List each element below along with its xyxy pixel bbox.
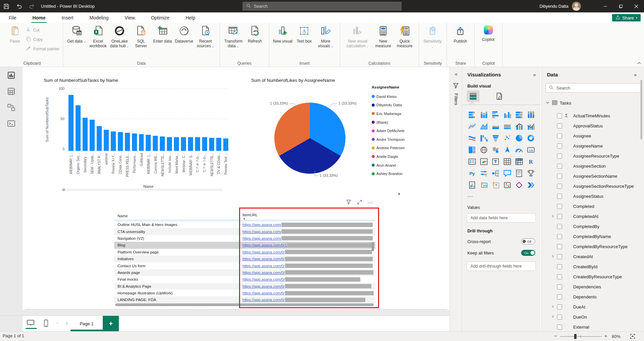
bar[interactable] — [195, 137, 200, 151]
zoom-slider-handle[interactable] — [574, 334, 577, 339]
field-checkbox[interactable] — [557, 194, 562, 199]
field-checkbox[interactable] — [557, 294, 562, 299]
focus-mode-icon[interactable] — [357, 200, 362, 206]
item-url-link[interactable]: https://app.asana.com/ — [242, 223, 281, 227]
page-tab[interactable]: Page 1 — [71, 316, 103, 331]
visual-type-q-and-a[interactable] — [501, 167, 513, 179]
visual-type-matrix[interactable] — [513, 156, 525, 167]
legend-item[interactable]: David Kleiss — [372, 92, 416, 101]
menu-tab-modeling[interactable]: Modeling — [89, 14, 109, 22]
field-row-completedby[interactable]: CompletedBy — [542, 221, 639, 231]
table-horizontal-scrollbar[interactable] — [115, 303, 374, 306]
visual-type-filled-map[interactable] — [490, 144, 501, 156]
field-checkbox[interactable] — [557, 144, 562, 149]
visual-type-funnel-chart[interactable] — [490, 132, 501, 144]
ribbon-publish-button[interactable]: Publish — [450, 25, 471, 45]
user-name[interactable]: Dibyendu Datta — [540, 4, 568, 9]
field-row-createdbyresourcetype[interactable]: CreatedByResourceType — [542, 272, 639, 282]
menu-tab-optimize[interactable]: Optimize — [150, 14, 170, 22]
cross-report-toggle[interactable]: Off — [521, 238, 535, 244]
chevron-right-icon[interactable] — [550, 314, 555, 320]
ribbon-get-data-button[interactable]: Get data ⌄ — [66, 25, 87, 45]
legend-item[interactable]: Andrew Petersen — [372, 144, 416, 153]
visual-type-smart-narrative[interactable] — [513, 167, 525, 179]
bar[interactable] — [118, 132, 123, 151]
bar[interactable] — [104, 130, 109, 151]
chevron-right-icon[interactable] — [550, 253, 555, 260]
visual-type-multi-row-card[interactable] — [466, 156, 478, 167]
ribbon-dataverse-button[interactable]: Dataverse — [173, 25, 195, 45]
field-checkbox[interactable] — [557, 254, 562, 259]
fit-to-page-icon[interactable] — [629, 334, 636, 340]
rail-model-view[interactable] — [0, 99, 22, 115]
visual-type-power-apps[interactable] — [513, 179, 525, 191]
visual-type-stacked-column-chart[interactable] — [478, 109, 490, 120]
field-row-completedbyname[interactable]: CompletedByName — [542, 231, 639, 241]
global-search-input[interactable]: Search — [242, 2, 402, 11]
visual-type-line-and-clustered-column-chart[interactable] — [525, 120, 537, 132]
field-row-assigneesectionname[interactable]: AssigneeSectionName — [542, 171, 639, 181]
bar[interactable] — [125, 133, 130, 151]
field-row-completedbyresourcetype[interactable]: CompletedByResourceType — [542, 241, 639, 251]
visual-type-ribbon-chart[interactable] — [466, 132, 478, 144]
table-row[interactable]: Awards pagehttps://app.asana.com/0/ — [114, 269, 375, 276]
filter-icon[interactable] — [346, 199, 352, 206]
pie-chart[interactable]: Sum of NumberofLikes by AssigneeName 1 (… — [248, 78, 416, 193]
bar[interactable] — [68, 95, 74, 151]
visual-type-kpi[interactable] — [478, 156, 490, 167]
field-row-createdbyid[interactable]: CreatedById — [542, 262, 639, 272]
visual-type-area-chart[interactable] — [478, 120, 490, 132]
bar[interactable] — [223, 138, 228, 151]
table-row[interactable]: Contact Us formhttps://app.asana.com/0/ — [114, 262, 375, 269]
visual-type-clustered-bar-chart[interactable] — [490, 109, 501, 120]
share-button[interactable]: Share ▾ — [612, 14, 641, 21]
field-checkbox[interactable] — [557, 133, 562, 138]
ribbon-transform-data-button[interactable]: Transform data ⌄ — [223, 25, 244, 49]
visual-type-arcgis-map[interactable] — [501, 179, 513, 191]
bar[interactable] — [97, 126, 102, 151]
legend-item[interactable]: Adam DeMichele — [372, 126, 416, 135]
save-icon[interactable] — [0, 0, 13, 12]
visual-type-azure-map[interactable] — [501, 144, 513, 156]
table-row[interactable]: Platform Overview pagehttps://app.asana.… — [114, 249, 375, 255]
rail-table-view[interactable] — [0, 83, 22, 99]
legend-item[interactable]: (Blank) — [372, 118, 416, 127]
visual-type-stacked-area-chart[interactable] — [490, 120, 501, 132]
visual-type-stacked-bar-chart[interactable] — [466, 109, 478, 120]
desktop-layout-icon[interactable] — [26, 319, 35, 329]
undo-icon[interactable] — [13, 0, 26, 12]
table-row[interactable]: CTA universalityhttps://app.asana.com/ — [114, 228, 375, 235]
field-row-createdat[interactable]: CreatedAt — [542, 251, 639, 262]
chevron-down-icon[interactable] — [546, 101, 550, 106]
field-row-actualtimeminutes[interactable]: ΣActualTimeMinutes — [542, 111, 639, 121]
table-row[interactable]: Navigation (V2)https://app.asana.com/ — [114, 235, 375, 242]
rail-report-view[interactable] — [0, 67, 22, 83]
values-field-well[interactable]: Add data fields here — [467, 213, 536, 223]
table-row[interactable]: Outline HUSL Main & Hero Imageshttps://a… — [114, 221, 375, 228]
field-row-assignee[interactable]: Assignee — [542, 131, 639, 141]
item-url-link[interactable]: https://app.asana.com/0/ — [242, 264, 285, 268]
zoom-in-icon[interactable]: + — [604, 333, 607, 339]
ribbon-quick-measure-button[interactable]: Quick measure — [394, 25, 415, 49]
data-panel-scrollbar[interactable] — [640, 80, 642, 139]
visual-type-slicer[interactable] — [490, 156, 501, 167]
visual-type-clustered-column-chart[interactable] — [501, 109, 513, 120]
table-row[interactable]: Bloghttps://app.asana.com/0/1 — [114, 242, 375, 248]
visual-type-new-card[interactable]: 123 — [478, 179, 490, 191]
bar-chart[interactable]: Sum of NumberofSubTasks by Name Sum of N… — [35, 78, 230, 190]
get-more-visuals-icon[interactable]: ... — [467, 192, 473, 198]
expand-filters-icon[interactable]: « — [450, 71, 462, 77]
field-checkbox[interactable] — [557, 244, 562, 249]
ribbon-copilot-button[interactable]: Copilot — [477, 25, 499, 43]
field-checkbox[interactable] — [557, 204, 562, 209]
ribbon-excel-workbook-button[interactable]: XExcel workbook — [87, 25, 109, 49]
bar[interactable] — [132, 133, 137, 151]
table-vertical-scrollbar[interactable] — [372, 242, 374, 251]
visual-type-card[interactable]: 123 — [525, 144, 537, 156]
tab-build-visual[interactable] — [467, 91, 479, 102]
field-checkbox[interactable] — [557, 325, 562, 330]
bar[interactable] — [209, 138, 214, 151]
field-row-dueat[interactable]: DueAt — [542, 302, 639, 312]
bar[interactable] — [139, 134, 144, 151]
legend-item[interactable]: Eric Madariaga — [372, 109, 416, 118]
